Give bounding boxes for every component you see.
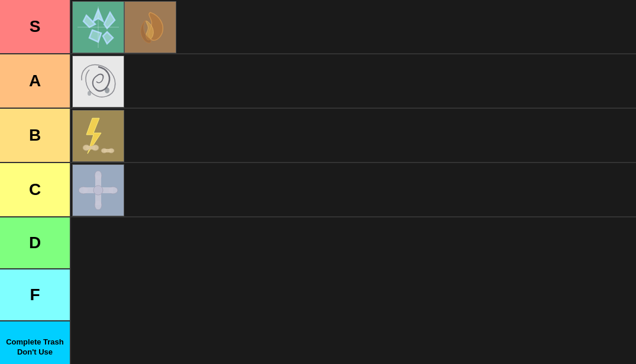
tier-label-f: F bbox=[0, 269, 71, 320]
tier-row-b: B bbox=[0, 109, 636, 163]
svg-point-7 bbox=[105, 87, 109, 93]
tier-label-text-custom: Complete Trash Don't Use bbox=[2, 337, 67, 358]
water-swirl-icon bbox=[75, 58, 122, 105]
tier-row-c: C bbox=[0, 163, 636, 217]
app-container: TiERMAKER S bbox=[0, 0, 636, 364]
tier-label-custom: Complete Trash Don't Use bbox=[0, 321, 71, 364]
tier-list: S bbox=[0, 0, 636, 364]
svg-marker-4 bbox=[103, 32, 113, 44]
tier-label-a: A bbox=[0, 54, 71, 108]
svg-marker-3 bbox=[89, 30, 101, 42]
bone-cross-icon bbox=[75, 167, 122, 214]
item-lightning-bones[interactable] bbox=[72, 110, 124, 162]
svg-point-22 bbox=[93, 186, 103, 195]
tier-label-c: C bbox=[0, 163, 71, 216]
svg-point-8 bbox=[88, 91, 91, 96]
tier-content-c[interactable] bbox=[71, 163, 636, 216]
item-fire-swirl[interactable] bbox=[124, 1, 176, 53]
tier-row-d: D bbox=[0, 217, 636, 269]
tier-label-text-s: S bbox=[30, 17, 41, 36]
item-water-swirl[interactable] bbox=[72, 56, 124, 108]
tier-label-b: B bbox=[0, 109, 71, 162]
tier-label-text-b: B bbox=[29, 126, 41, 145]
tier-content-a[interactable] bbox=[71, 54, 636, 108]
tier-row-a: A bbox=[0, 54, 636, 109]
lightning-bones-icon bbox=[75, 112, 122, 160]
item-bone-cross[interactable] bbox=[72, 164, 124, 216]
tier-label-text-a: A bbox=[29, 72, 41, 90]
ice-shards-icon bbox=[75, 4, 122, 51]
item-ice-shards[interactable] bbox=[72, 1, 124, 53]
tier-label-s: S bbox=[0, 0, 71, 53]
tier-label-text-d: D bbox=[29, 233, 41, 252]
tier-row-custom: Complete Trash Don't Use bbox=[0, 321, 636, 364]
tier-content-b[interactable] bbox=[71, 109, 636, 162]
tier-row-f: F bbox=[0, 269, 636, 321]
svg-rect-12 bbox=[86, 146, 95, 150]
tier-content-f[interactable] bbox=[71, 269, 636, 321]
svg-rect-15 bbox=[104, 149, 111, 152]
fire-swirl-icon bbox=[127, 4, 174, 51]
tier-content-custom[interactable] bbox=[71, 321, 636, 364]
tier-label-text-c: C bbox=[29, 180, 41, 199]
svg-marker-2 bbox=[104, 12, 115, 28]
tier-label-text-f: F bbox=[30, 285, 40, 304]
tier-row-s: S bbox=[0, 0, 636, 54]
tier-content-d[interactable] bbox=[71, 217, 636, 269]
tier-label-d: D bbox=[0, 217, 71, 268]
tier-content-s[interactable] bbox=[71, 0, 636, 53]
